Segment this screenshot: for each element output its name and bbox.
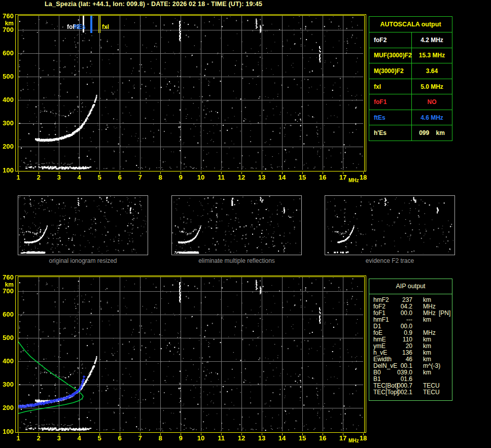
y-axis-label: 600 xyxy=(0,50,14,56)
fxI-marker-label: fxI xyxy=(102,24,109,30)
top-ionogram-plot-area: foF2 ftEs fxI xyxy=(18,15,365,171)
row-unit: TECU xyxy=(423,389,440,396)
x-axis-unit-label: MHz xyxy=(348,438,359,443)
x-axis-tick xyxy=(39,433,39,435)
y-axis-label: 300 xyxy=(0,381,14,388)
x-axis-label: 16 xyxy=(317,435,329,442)
bottom-ionogram-plot-area xyxy=(18,277,365,433)
x-axis-tick xyxy=(79,172,80,174)
aip-table-rows: hmF2237kmfoF204.2MHzfoF100.0MHz[PN]hmF1-… xyxy=(369,294,452,396)
autoscala-row-foF1: foF1NO xyxy=(369,94,452,110)
y-axis-label: 700 xyxy=(0,26,14,33)
row-unit: km xyxy=(423,369,431,376)
x-axis-tick xyxy=(120,172,120,174)
x-axis-label: 5 xyxy=(93,435,106,442)
y-axis-label: 100 xyxy=(0,428,14,435)
x-axis-label: 3 xyxy=(53,435,65,442)
x-axis-label: 17 xyxy=(337,174,349,181)
row-label: ftEs xyxy=(369,110,412,125)
x-axis-tick xyxy=(140,433,141,435)
x-axis-label: 11 xyxy=(215,435,227,442)
autoscala-row-MUF(3000)F2: MUF(3000)F215.3 MHz xyxy=(369,48,452,63)
x-axis-tick xyxy=(221,172,222,174)
x-axis-tick xyxy=(120,433,120,435)
x-axis-tick xyxy=(18,172,19,174)
autoscala-row-M(3000)F2: M(3000)F23.64 xyxy=(369,63,452,79)
x-axis-label: 11 xyxy=(215,174,227,181)
x-axis-tick xyxy=(282,433,283,435)
x-axis-label: 10 xyxy=(195,174,207,181)
x-axis-label: 6 xyxy=(114,174,126,181)
x-axis-unit-label: MHz xyxy=(348,178,359,183)
x-axis-label: 7 xyxy=(134,435,146,442)
autoscala-row-foF2: foF24.2 MHz xyxy=(369,32,452,48)
x-axis-tick xyxy=(241,433,242,435)
y-axis-label: 200 xyxy=(0,404,14,411)
y-axis-unit-label: km xyxy=(0,20,14,27)
x-axis-tick xyxy=(99,172,100,174)
thumbnail-caption-2: eliminate multiple reflections xyxy=(171,257,302,264)
x-axis-tick xyxy=(241,172,242,174)
thumbnail-evidence-canvas xyxy=(325,196,453,254)
autoscala-screen: La_Spezia (lat: +44.1, lon: 009.8) - DAT… xyxy=(0,0,491,448)
x-axis-label: 3 xyxy=(53,174,65,181)
x-axis-tick xyxy=(323,433,323,435)
y-axis-label: 760 xyxy=(0,274,14,281)
x-axis-label: 16 xyxy=(317,174,329,181)
row-value: 4.2 MHz xyxy=(412,32,452,48)
x-axis-tick xyxy=(79,433,80,435)
y-axis-label: 600 xyxy=(0,311,14,318)
x-axis-tick xyxy=(140,172,141,174)
y-axis-label: 400 xyxy=(0,358,14,364)
autoscala-table-header: AUTOSCALA output xyxy=(369,17,452,32)
bottom-ionogram-canvas xyxy=(18,277,363,431)
aip-table-header: AIP output xyxy=(369,279,452,294)
y-axis-label: 500 xyxy=(0,334,14,341)
row-label: foF2 xyxy=(369,32,412,48)
x-axis-tick xyxy=(323,172,323,174)
x-axis-tick xyxy=(160,172,161,174)
bottom-ionogram-frame xyxy=(15,275,366,433)
aip-row-TEC[Top]: TEC[Top]002.1TECU xyxy=(369,389,452,396)
x-axis-label: 12 xyxy=(235,435,248,442)
x-axis-tick xyxy=(262,172,262,174)
x-axis-tick xyxy=(18,433,19,435)
thumbnail-evidence-f2 xyxy=(325,195,455,255)
y-axis-label: 700 xyxy=(0,288,14,294)
x-axis-label: 13 xyxy=(256,174,268,181)
thumbnail-caption-3: evidence F2 trace xyxy=(325,257,455,264)
row-label: MUF(3000)F2 xyxy=(369,48,412,63)
x-axis-tick xyxy=(262,433,262,435)
x-axis-tick xyxy=(59,433,59,435)
x-axis-tick xyxy=(201,172,201,174)
y-axis-label: 760 xyxy=(0,13,14,19)
x-axis-label: 2 xyxy=(32,174,45,181)
x-axis-tick xyxy=(363,172,364,174)
row-value: 15.3 MHz xyxy=(412,48,452,63)
x-axis-tick xyxy=(302,433,303,435)
ftEs-marker-line xyxy=(90,16,92,33)
x-axis-tick xyxy=(39,172,39,174)
x-axis-label: 5 xyxy=(93,174,106,181)
y-axis-unit-label: km xyxy=(0,282,14,288)
x-axis-tick xyxy=(221,433,222,435)
x-axis-tick xyxy=(343,433,343,435)
x-axis-label: 18 xyxy=(357,435,369,442)
row-unit: km xyxy=(423,317,431,323)
top-ionogram-canvas xyxy=(18,16,363,170)
thumbnail-eliminate-canvas xyxy=(172,196,300,254)
row-label: M(3000)F2 xyxy=(369,63,412,79)
x-axis-label: 12 xyxy=(235,174,248,181)
y-axis-label: 100 xyxy=(0,167,14,174)
x-axis-tick xyxy=(181,172,181,174)
x-axis-tick xyxy=(363,433,364,435)
x-axis-label: 14 xyxy=(276,435,288,442)
row-label: foF1 xyxy=(369,94,412,110)
x-axis-label: 15 xyxy=(296,435,308,442)
x-axis-label: 1 xyxy=(12,174,24,181)
row-val: 002.1 xyxy=(389,389,412,396)
y-axis-label: 500 xyxy=(0,73,14,80)
fxI-marker-line-2 xyxy=(100,16,100,33)
x-axis-label: 17 xyxy=(337,435,349,442)
autoscala-row-fxI: fxI5.0 MHz xyxy=(369,79,452,94)
